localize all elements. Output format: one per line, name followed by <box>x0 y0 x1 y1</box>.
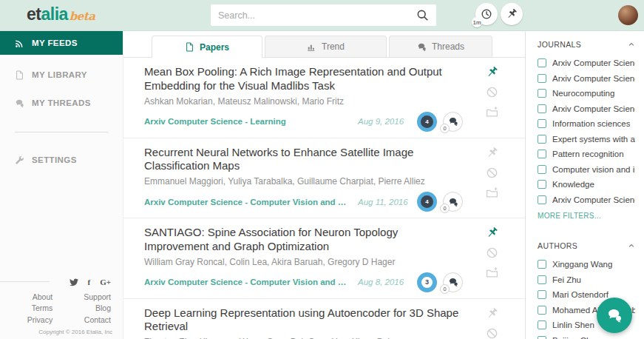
journal-checkbox[interactable] <box>538 150 546 158</box>
comments-button[interactable]: 0 <box>443 272 463 292</box>
chat-bubbles-icon <box>448 116 458 127</box>
author-checkbox[interactable] <box>538 260 546 269</box>
google-plus-icon[interactable]: G+ <box>100 278 111 286</box>
pin-paper-icon[interactable] <box>486 147 498 159</box>
pin-paper-icon[interactable] <box>486 307 498 320</box>
footer-link[interactable]: Privacy <box>27 315 52 326</box>
tab-bar: Papers Trend Threads <box>123 36 525 58</box>
sidebar-item-label: SETTINGS <box>32 155 77 164</box>
paper-meta-row: Arxiv Computer Science - Computer Vision… <box>144 192 463 212</box>
journal-checkbox[interactable] <box>538 135 546 144</box>
authors-section-header[interactable]: AUTHORS <box>538 241 635 250</box>
paper-badges: 4 0 <box>417 112 463 132</box>
journals-section-header[interactable]: JOURNALS <box>538 40 635 49</box>
etalia-logo[interactable]: etaliabeta <box>27 4 95 24</box>
footer-link[interactable]: Terms <box>32 303 53 315</box>
author-checkbox[interactable] <box>538 275 546 284</box>
sidebar-item-settings[interactable]: SETTINGS <box>0 149 123 171</box>
journal-filter-item[interactable]: Pattern recognition <box>538 147 635 162</box>
footer-link[interactable]: Support <box>84 292 111 303</box>
journal-filter-item[interactable]: Arxiv Computer Scienc... <box>538 56 635 71</box>
ban-paper-icon[interactable] <box>486 246 498 259</box>
journal-filter-label: Arxiv Computer Scienc... <box>552 74 635 83</box>
author-filter-item[interactable]: Beijing Chen <box>538 333 635 339</box>
search-input[interactable] <box>218 10 416 21</box>
chat-fab-button[interactable] <box>597 298 632 333</box>
footer-link[interactable]: Contact <box>84 315 111 326</box>
author-checkbox[interactable] <box>538 290 546 299</box>
paper-title[interactable]: SANTIAGO: Spine Association for Neuron T… <box>144 226 463 254</box>
paper-title[interactable]: Deep Learning Representation using Autoe… <box>144 306 463 335</box>
journal-filter-item[interactable]: Information sciences <box>538 116 635 132</box>
author-filter-item[interactable]: Xinggang Wang <box>538 257 635 272</box>
paper-badges: 3 0 <box>417 272 463 292</box>
etalia-app: etaliabeta 1m MY FEEDS MY LIBRARY MY THR… <box>0 0 644 339</box>
search-icon[interactable] <box>416 9 429 21</box>
footer-links-right: SupportBlogContact <box>84 292 111 326</box>
journal-filter-item[interactable]: Knowledge <box>538 177 635 192</box>
journal-checkbox[interactable] <box>538 58 546 67</box>
author-checkbox[interactable] <box>538 320 546 329</box>
add-to-library-icon[interactable] <box>486 187 498 199</box>
ban-paper-icon[interactable] <box>486 167 498 179</box>
relevance-score-badge: 4 <box>417 112 437 132</box>
journal-filter-label: Arxiv Computer Scienc... <box>552 58 635 67</box>
journal-checkbox[interactable] <box>538 74 546 83</box>
twitter-icon[interactable] <box>70 278 78 286</box>
tab-papers[interactable]: Papers <box>152 36 262 58</box>
chat-bubbles-icon <box>606 307 623 323</box>
journal-filter-item[interactable]: Computer vision and im... <box>538 162 635 178</box>
ban-paper-icon[interactable] <box>486 327 498 339</box>
add-to-library-icon[interactable] <box>486 106 498 118</box>
tab-trend[interactable]: Trend <box>265 36 387 57</box>
add-to-library-icon[interactable] <box>486 266 498 279</box>
journal-checkbox[interactable] <box>538 119 546 128</box>
paper-authors: Emmanuel Maggiori, Yuliya Tarabalka, Gui… <box>144 176 463 187</box>
history-button[interactable]: 1m <box>475 3 498 25</box>
more-filters-link[interactable]: MORE FILTERS... <box>538 212 601 220</box>
comments-button[interactable]: 0 <box>443 112 463 132</box>
footer-link[interactable]: About <box>33 292 52 303</box>
journal-checkbox[interactable] <box>538 180 546 189</box>
facebook-icon[interactable]: f <box>88 278 91 286</box>
author-checkbox[interactable] <box>538 336 546 339</box>
sidebar-item-my-threads[interactable]: MY THREADS <box>0 92 123 114</box>
journal-checkbox[interactable] <box>538 195 546 204</box>
author-checkbox[interactable] <box>538 306 546 315</box>
journal-filter-item[interactable]: Arxiv Computer Scienc... <box>538 101 635 117</box>
social-row: f G+ <box>0 278 123 286</box>
paper-journal-link[interactable]: Arxiv Computer Science - Computer Vision… <box>144 198 350 207</box>
paper-actions <box>486 226 498 279</box>
sidebar-item-my-library[interactable]: MY LIBRARY <box>0 64 123 86</box>
journal-filter-label: Arxiv Computer Scienc... <box>552 104 635 113</box>
journal-filter-item[interactable]: Expert systems with ap... <box>538 132 635 147</box>
pin-paper-icon[interactable] <box>486 66 498 78</box>
user-avatar[interactable] <box>618 5 638 25</box>
tab-threads[interactable]: Threads <box>389 36 492 57</box>
journal-checkbox[interactable] <box>538 104 546 113</box>
journal-filter-item[interactable]: Neurocomputing <box>538 86 635 101</box>
history-time-badge: 1m <box>472 17 482 27</box>
paper-title[interactable]: Recurrent Neural Networks to Enhance Sat… <box>144 146 463 174</box>
chat-bubbles-icon <box>15 98 24 108</box>
journal-filter-item[interactable]: Arxiv Computer Scienc... <box>538 192 635 208</box>
main-content: Papers Trend Threads Mean Box Pooling: A… <box>123 31 525 339</box>
journal-checkbox[interactable] <box>538 89 546 98</box>
pinned-papers-button[interactable] <box>501 3 523 25</box>
paper-title[interactable]: Mean Box Pooling: A Rich Image Represent… <box>144 65 463 93</box>
paper-journal-link[interactable]: Arxiv Computer Science - Learning <box>144 117 350 126</box>
journals-title: JOURNALS <box>538 40 581 49</box>
journal-checkbox[interactable] <box>538 165 546 174</box>
journal-filter-label: Arxiv Computer Scienc... <box>552 195 635 204</box>
chat-bubbles-icon <box>448 277 458 287</box>
journal-filter-item[interactable]: Arxiv Computer Scienc... <box>538 71 635 87</box>
paper-journal-link[interactable]: Arxiv Computer Science - Computer Vision… <box>144 278 350 286</box>
chevron-up-icon <box>628 41 635 48</box>
comments-button[interactable]: 0 <box>443 192 463 212</box>
author-filter-item[interactable]: Fei Zhu <box>538 272 635 288</box>
sidebar-divider <box>15 132 108 132</box>
pin-paper-icon[interactable] <box>486 226 498 239</box>
sidebar-item-my-feeds[interactable]: MY FEEDS <box>0 31 123 55</box>
ban-paper-icon[interactable] <box>486 86 498 98</box>
footer-link[interactable]: Blog <box>95 303 111 315</box>
